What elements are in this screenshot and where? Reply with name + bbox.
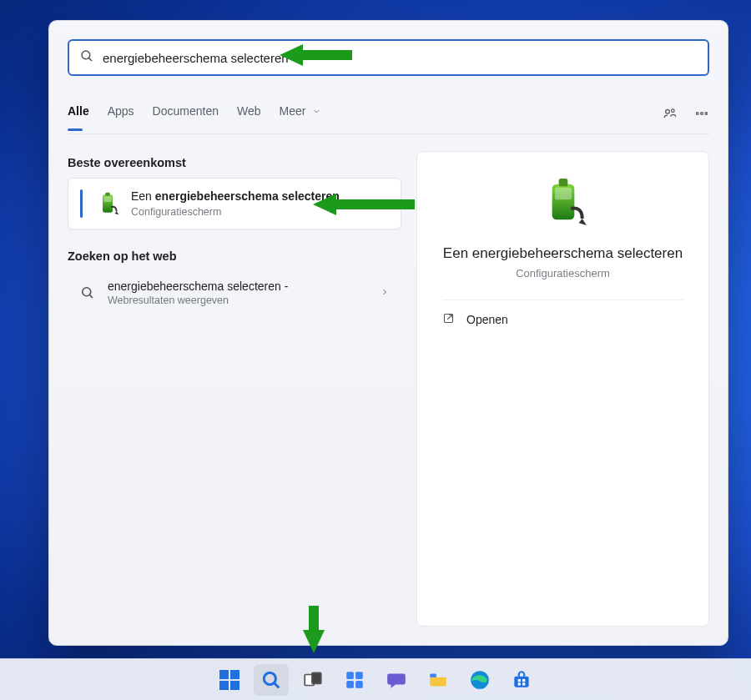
svg-rect-27 — [518, 678, 521, 681]
svg-line-11 — [90, 295, 93, 298]
web-results-heading: Zoeken op het web — [68, 249, 401, 263]
svg-point-4 — [696, 113, 698, 115]
svg-rect-8 — [105, 193, 109, 196]
svg-rect-22 — [346, 681, 354, 688]
svg-point-5 — [701, 113, 703, 115]
taskbar-search[interactable] — [254, 664, 289, 696]
svg-point-6 — [705, 113, 708, 115]
search-input-bar[interactable] — [68, 39, 709, 76]
taskbar-edge[interactable] — [462, 664, 497, 696]
svg-point-0 — [82, 51, 90, 59]
svg-rect-14 — [555, 188, 572, 200]
web-result-row[interactable]: energiebeheerschema selecteren - Webresu… — [68, 271, 401, 315]
windows-logo-icon — [219, 670, 239, 690]
taskbar-widgets[interactable] — [337, 664, 372, 696]
search-across-devices-icon[interactable] — [663, 106, 678, 123]
taskbar-store[interactable] — [504, 664, 539, 696]
tab-all[interactable]: Alle — [68, 104, 89, 126]
taskbar-start[interactable] — [212, 664, 247, 696]
search-filter-tabs: Alle Apps Documenten Web Meer — [68, 96, 709, 134]
detail-title: Een energiebeheerschema selecteren — [443, 245, 683, 262]
search-icon — [79, 48, 94, 67]
svg-rect-20 — [346, 672, 354, 679]
svg-rect-26 — [514, 676, 528, 687]
svg-rect-24 — [430, 673, 436, 677]
svg-rect-19 — [312, 672, 321, 683]
web-result-title: energiebeheerschema selecteren - — [108, 279, 288, 293]
svg-point-2 — [666, 109, 670, 113]
annotation-arrow — [313, 194, 336, 215]
svg-rect-9 — [103, 197, 111, 203]
open-action[interactable]: Openen — [442, 312, 508, 327]
taskbar-task-view[interactable] — [295, 664, 330, 696]
open-external-icon — [442, 312, 455, 327]
result-detail-pane: Een energiebeheerschema selecteren Confi… — [416, 151, 709, 627]
battery-icon — [537, 175, 590, 232]
svg-rect-29 — [518, 682, 521, 685]
svg-line-17 — [274, 682, 279, 687]
svg-rect-13 — [558, 179, 567, 186]
search-icon — [79, 279, 96, 306]
detail-subtitle: Configuratiescherm — [516, 267, 610, 279]
svg-point-10 — [83, 288, 91, 296]
tab-documents[interactable]: Documenten — [153, 104, 219, 126]
selection-indicator — [80, 189, 83, 218]
svg-rect-23 — [355, 681, 363, 688]
battery-icon — [94, 190, 121, 217]
windows-search-panel: Alle Apps Documenten Web Meer Beste over… — [48, 20, 728, 646]
chevron-down-icon — [312, 107, 321, 116]
more-options-icon[interactable] — [694, 106, 709, 123]
taskbar — [0, 658, 751, 700]
divider — [442, 300, 683, 300]
svg-point-3 — [672, 109, 675, 113]
search-results-column: Beste overeenkomst Een energiebeheersche… — [68, 146, 401, 315]
tab-apps[interactable]: Apps — [108, 104, 134, 126]
svg-line-1 — [88, 58, 92, 61]
best-match-subtitle: Configuratiescherm — [131, 205, 340, 219]
taskbar-file-explorer[interactable] — [421, 664, 456, 696]
tab-web[interactable]: Web — [237, 104, 261, 126]
chevron-right-icon — [380, 286, 390, 300]
tab-more[interactable]: Meer — [280, 104, 322, 126]
best-match-title: Een energiebeheerschema selecteren — [131, 189, 340, 203]
search-input[interactable] — [103, 51, 698, 65]
best-match-heading: Beste overeenkomst — [68, 156, 401, 169]
web-result-subtitle: Webresultaten weergeven — [108, 295, 288, 306]
svg-rect-30 — [522, 682, 525, 685]
taskbar-chat[interactable] — [379, 664, 414, 696]
open-action-label: Openen — [466, 313, 508, 326]
svg-rect-28 — [522, 678, 525, 681]
svg-point-16 — [264, 672, 275, 684]
annotation-arrow — [280, 44, 303, 66]
svg-rect-21 — [355, 672, 363, 679]
